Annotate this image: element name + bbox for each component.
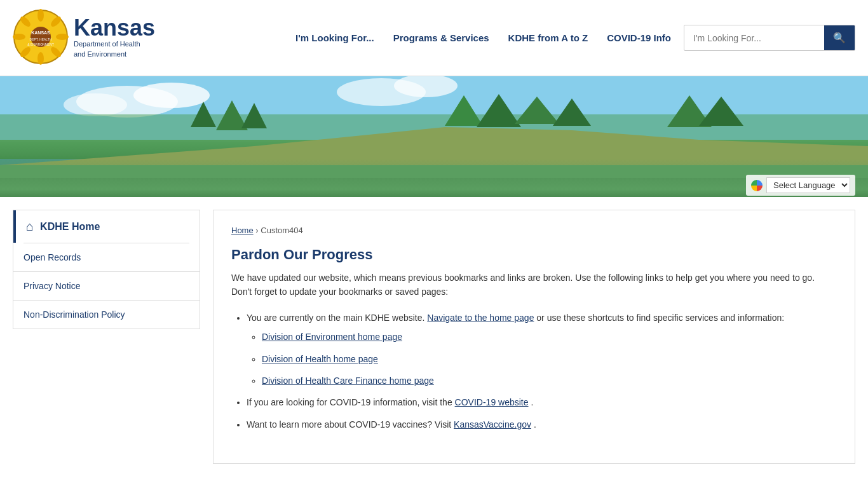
sidebar-home-label: KDHE Home [40,221,100,233]
sidebar: ⌂ KDHE Home Open Records Privacy Notice … [13,210,200,329]
logo-dept-line1: Department of Health [74,39,155,49]
div-health-link[interactable]: Division of Health home page [262,354,378,364]
main-nav: I'm Looking For... Programs & Services K… [295,32,671,43]
bullet3-prefix: Want to learn more about COVID-19 vaccin… [247,419,451,430]
bullet2-suffix: . [531,397,533,407]
search-button[interactable]: 🔍 [824,25,855,50]
sub-link-health: Division of Health home page [262,352,837,366]
bullet2-prefix: If you are looking for COVID-19 informat… [247,397,452,407]
list-item-1: You are currently on the main KDHE websi… [247,311,837,388]
svg-text:& ENVIRONMENT: & ENVIRONMENT [27,43,54,46]
svg-text:KANSAS: KANSAS [31,30,50,35]
bullet3-suffix: . [534,419,536,430]
sidebar-non-discrimination[interactable]: Non-Discrimination Policy [13,301,200,329]
site-header: KANSAS DEPT. HEALTH & ENVIRONMENT Kansas… [0,0,868,76]
logo-text: Kansas Department of Health and Environm… [74,17,155,59]
breadcrumb-current: Custom404 [261,226,302,235]
svg-rect-32 [0,178,868,197]
bullet1-text: You are currently on the main KDHE websi… [247,313,424,323]
sidebar-home-link[interactable]: ⌂ KDHE Home [13,210,200,243]
svg-point-16 [64,93,127,116]
svg-point-5 [37,52,44,65]
search-bar: 🔍 [684,25,855,51]
logo-area: KANSAS DEPT. HEALTH & ENVIRONMENT Kansas… [13,9,155,67]
search-input[interactable] [684,27,824,50]
logo-name: Kansas [74,17,155,39]
covid-link[interactable]: COVID-19 website [455,397,529,407]
sub-links-list: Division of Environment home page Divisi… [262,330,837,388]
content-list: You are currently on the main KDHE websi… [247,311,837,431]
google-translate-icon [751,180,763,191]
bullet1-suffix: or use these shortcuts to find specific … [536,313,784,323]
svg-point-7 [13,34,25,40]
nav-programs[interactable]: Programs & Services [393,32,489,43]
svg-point-15 [133,83,210,108]
svg-point-3 [56,34,69,40]
hero-image: Select Language [0,76,868,197]
logo-link[interactable]: KANSAS DEPT. HEALTH & ENVIRONMENT [13,9,69,67]
nav-kdhe-az[interactable]: KDHE from A to Z [508,32,588,43]
language-select[interactable]: Select Language [766,177,850,193]
nav-looking-for[interactable]: I'm Looking For... [295,32,374,43]
svg-rect-19 [0,159,318,197]
main-container: ⌂ KDHE Home Open Records Privacy Notice … [0,197,868,477]
kansas-logo-icon: KANSAS DEPT. HEALTH & ENVIRONMENT [13,9,69,65]
breadcrumb-home[interactable]: Home [231,226,254,235]
home-icon: ⌂ [26,219,34,234]
div-env-link[interactable]: Division of Environment home page [262,332,402,342]
main-content: Home › Custom404 Pardon Our Progress We … [213,210,855,464]
list-item-vaccine: Want to learn more about COVID-19 vaccin… [247,417,837,431]
sub-link-finance: Division of Health Care Finance home pag… [262,374,837,388]
hero-svg [0,76,868,197]
breadcrumb: Home › Custom404 [231,226,837,235]
navigate-home-link[interactable]: Navigate to the home page [427,313,534,323]
logo-dept-line2: and Environment [74,50,155,59]
sub-link-env: Division of Environment home page [262,330,837,344]
svg-text:DEPT. HEALTH: DEPT. HEALTH [30,37,52,41]
svg-point-1 [37,9,44,22]
div-finance-link[interactable]: Division of Health Care Finance home pag… [262,376,434,386]
nav-covid[interactable]: COVID-19 Info [607,32,671,43]
svg-rect-31 [0,165,868,197]
vaccine-link[interactable]: KansasVaccine.gov [454,419,531,430]
intro-text: We have updated our website, which means… [231,271,837,299]
language-bar: Select Language [746,175,855,196]
sidebar-privacy-notice[interactable]: Privacy Notice [13,272,200,301]
page-title: Pardon Our Progress [231,247,837,263]
sidebar-open-records[interactable]: Open Records [13,243,200,272]
list-item-covid: If you are looking for COVID-19 informat… [247,395,837,409]
